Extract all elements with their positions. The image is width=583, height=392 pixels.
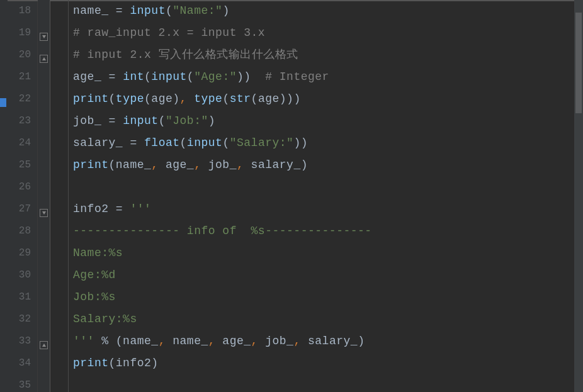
code-token: ( (159, 115, 166, 127)
code-line[interactable]: # raw_input 2.x = input 3.x (50, 22, 583, 44)
fold-collapse-icon[interactable] (40, 33, 48, 41)
code-token: int (123, 70, 144, 83)
code-token: )) (237, 70, 265, 83)
code-token: = (116, 4, 130, 17)
code-token: salary_) (251, 159, 308, 171)
code-token: type (116, 92, 144, 105)
line-number[interactable]: 30 (8, 264, 37, 286)
code-token: ) (208, 115, 215, 127)
code-line[interactable]: age_ = int(input("Age:")) # Integer (50, 66, 583, 88)
code-line[interactable] (50, 374, 583, 392)
code-token: --------------- info of %s--------------… (73, 225, 372, 237)
line-number[interactable]: 20 (8, 44, 37, 66)
line-number[interactable]: 23 (8, 110, 37, 132)
code-line[interactable]: Salary:%s (50, 308, 583, 330)
code-line[interactable]: --------------- info of %s--------------… (50, 220, 583, 242)
line-number[interactable]: 33 (8, 330, 37, 352)
fold-column[interactable] (38, 0, 50, 392)
code-token: )) (293, 137, 308, 149)
code-token: ( (166, 4, 173, 17)
line-number[interactable]: 19 (8, 22, 37, 44)
line-number[interactable]: 26 (8, 176, 37, 198)
code-line[interactable]: print(info2) (50, 352, 583, 374)
line-number[interactable]: 22 (8, 88, 37, 110)
code-token: = (109, 115, 123, 127)
fold-end-icon[interactable] (40, 55, 48, 63)
code-token: , (194, 159, 208, 171)
code-token: input (123, 115, 159, 127)
code-line[interactable]: name_ = input("Name:") (50, 0, 583, 22)
code-token: name_ (73, 4, 116, 17)
code-token: = (116, 203, 130, 215)
code-editor: 181920212223242526272829303132333435 nam… (0, 0, 583, 392)
code-token: age_ (166, 159, 194, 171)
code-token: ( (222, 92, 229, 105)
code-token: # raw_input 2.x = input 3.x (73, 26, 265, 39)
line-number[interactable]: 34 (8, 352, 37, 374)
line-number[interactable]: 28 (8, 220, 37, 242)
code-token: name_ (173, 335, 208, 347)
code-token: # input 2.x 写入什么格式输出什么格式 (73, 48, 298, 61)
code-token: print (73, 357, 109, 369)
code-token: age_ (222, 335, 251, 347)
code-token: print (73, 92, 109, 105)
code-line[interactable]: print(type(age), type(str(age))) (50, 88, 583, 110)
code-line[interactable]: info2 = ''' (50, 198, 583, 220)
code-line[interactable]: Name:%s (50, 242, 583, 264)
code-token: salary_) (308, 335, 365, 347)
code-token: , (159, 335, 173, 347)
code-token: "Name:" (173, 4, 222, 17)
code-token: Age:%d (73, 269, 116, 281)
fold-collapse-icon[interactable] (40, 209, 48, 217)
line-number[interactable]: 25 (8, 154, 37, 176)
code-token: = (130, 137, 144, 149)
code-area[interactable]: name_ = input("Name:")# raw_input 2.x = … (50, 0, 583, 392)
line-number[interactable]: 32 (8, 308, 37, 330)
code-token: # Integer (265, 70, 329, 83)
code-token: info2 (73, 203, 116, 215)
code-line[interactable]: salary_ = float(input("Salary:")) (50, 132, 583, 154)
line-number[interactable]: 27 (8, 198, 37, 220)
code-token: salary_ (73, 137, 130, 149)
code-token: print (73, 159, 109, 171)
code-line[interactable]: job_ = input("Job:") (50, 110, 583, 132)
code-line[interactable] (50, 176, 583, 198)
code-line[interactable]: # input 2.x 写入什么格式输出什么格式 (50, 44, 583, 66)
line-number-gutter[interactable]: 181920212223242526272829303132333435 (8, 0, 38, 392)
line-number[interactable]: 31 (8, 286, 37, 308)
code-token: , (293, 335, 308, 347)
code-token: str (230, 92, 251, 105)
code-token: (info2) (109, 357, 159, 369)
code-token: ) (222, 4, 229, 17)
bookmark-column[interactable] (0, 0, 8, 392)
code-token: job_ (208, 159, 237, 171)
code-token: "Salary:" (230, 137, 294, 149)
code-token: % (name_ (94, 335, 159, 347)
code-token: "Job:" (166, 115, 208, 127)
code-token: (age) (144, 92, 180, 105)
code-line[interactable]: Age:%d (50, 264, 583, 286)
code-token: ( (187, 70, 194, 83)
code-token: float (144, 137, 180, 149)
bookmark-marker[interactable] (0, 98, 6, 107)
code-token: input (130, 4, 166, 17)
code-line[interactable]: Job:%s (50, 286, 583, 308)
code-line[interactable]: print(name_, age_, job_, salary_) (50, 154, 583, 176)
code-token: Job:%s (73, 291, 116, 303)
code-token: ( (109, 92, 116, 105)
code-line[interactable]: ''' % (name_, name_, age_, job_, salary_… (50, 330, 583, 352)
code-token: = (109, 70, 123, 83)
vertical-scrollbar-track[interactable] (574, 0, 583, 392)
code-token: ''' (130, 203, 151, 215)
line-number[interactable]: 29 (8, 242, 37, 264)
vertical-scrollbar-thumb[interactable] (575, 13, 582, 113)
fold-end-icon[interactable] (40, 341, 48, 349)
line-number[interactable]: 18 (8, 0, 37, 22)
code-token: age_ (73, 70, 109, 83)
line-number[interactable]: 35 (8, 374, 37, 392)
line-number[interactable]: 24 (8, 132, 37, 154)
code-token: , (180, 92, 195, 105)
line-number[interactable]: 21 (8, 66, 37, 88)
code-token: job_ (265, 335, 293, 347)
code-token: ( (222, 137, 229, 149)
